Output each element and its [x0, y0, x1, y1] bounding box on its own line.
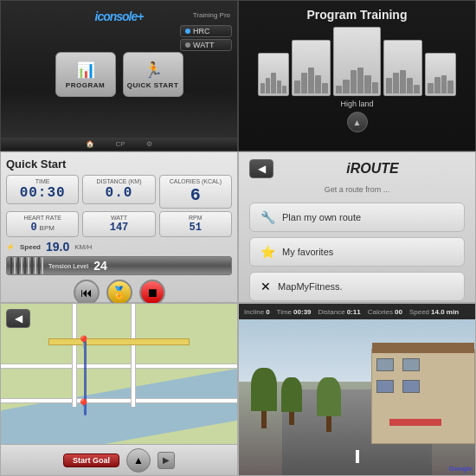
mapmyfitness-option[interactable]: ✕ MapMyFitness.	[249, 272, 465, 301]
quickstart-icon: 🏃	[144, 61, 163, 80]
street-status-bar: Incline 0 Time 00:39 Distance 0:11 Calor…	[239, 304, 475, 319]
google-logo: Google	[448, 465, 473, 473]
map-pin-green: 📍	[76, 398, 91, 412]
favorites-option[interactable]: ⭐ My favorites	[249, 237, 465, 267]
iroute-title: iROUTE	[280, 161, 465, 177]
qs-calories-value: 6	[190, 185, 201, 205]
program-card-1[interactable]	[258, 53, 289, 96]
map-road-4	[131, 304, 136, 407]
window-4	[402, 380, 420, 393]
tick-10	[42, 257, 43, 274]
qs-top-row: Time 00:30 Distance (km) 0.0 Calories (k…	[6, 175, 232, 209]
card2-bars	[294, 68, 328, 93]
time-value: 00:39	[293, 308, 311, 316]
distance-label: Distance	[318, 308, 345, 316]
qs-medal-btn[interactable]: 🏅	[106, 280, 132, 306]
map-back-button[interactable]: ◀	[6, 309, 30, 328]
tick-4	[21, 257, 23, 274]
speed-label: Speed	[409, 308, 429, 316]
hrc-option[interactable]: HRC	[180, 25, 232, 37]
iroute-subtitle: Get a route from ...	[249, 185, 465, 194]
plan-route-text: Plan my own route	[282, 212, 361, 222]
tick-8	[35, 257, 36, 274]
qs-control-buttons: ⏮ 🏅 ⏹	[6, 280, 232, 306]
tension-slider[interactable]: Tension Level 24	[6, 256, 232, 275]
iconsole-logo: iconsole+	[95, 10, 144, 33]
program-label: Program	[66, 81, 105, 89]
program-training-panel: Program Training	[238, 0, 476, 151]
speed-icon: ⚡	[6, 243, 15, 251]
qs-time-label: Time	[35, 178, 50, 184]
iconsole-logo-text: iconsole	[95, 10, 138, 23]
distance-stat: Distance 0:11	[318, 308, 361, 316]
distance-value: 0:11	[347, 308, 361, 316]
qs-stop-btn[interactable]: ⏹	[139, 280, 165, 306]
iconsole-buttons: 📊 Program 🏃 Quick Start	[55, 52, 183, 97]
program-card-4[interactable]	[383, 40, 422, 96]
qs-rpm-label: RPM	[189, 215, 203, 221]
card5-bars	[428, 68, 453, 93]
incline-stat: Incline 0	[244, 308, 270, 316]
watt-dot	[185, 42, 190, 48]
qs-speed-label: Speed	[20, 243, 41, 251]
quickstart-button[interactable]: 🏃 Quick Start	[123, 52, 183, 97]
hrc-dot	[185, 29, 190, 34]
tick-3	[17, 257, 19, 274]
qs-rpm-block: RPM 51	[159, 211, 232, 237]
window-1	[376, 358, 394, 371]
tension-value: 24	[93, 259, 107, 273]
program-card-3[interactable]	[333, 27, 381, 96]
road-mark-1	[356, 450, 359, 463]
map-nav-up[interactable]: ▲	[126, 448, 151, 473]
program-nav-button[interactable]: ▲	[347, 112, 368, 132]
map-yellow-road	[48, 338, 190, 345]
tree-1	[251, 368, 277, 428]
time-label: Time	[277, 308, 292, 316]
qs-speed-value: 19.0	[46, 240, 69, 254]
qs-time-block: Time 00:30	[6, 175, 79, 204]
street-view-panel: Incline 0 Time 00:39 Distance 0:11 Calor…	[238, 303, 476, 476]
qs-calories-block: Calories (kcal) 6	[159, 175, 232, 209]
plan-route-option[interactable]: 🔧 Plan my own route	[249, 203, 465, 232]
qs-hr-label: Heart Rate	[23, 215, 61, 221]
mapmyfitness-text: MapMyFitness.	[278, 281, 343, 292]
building	[371, 349, 475, 444]
tab-settings[interactable]: ⚙	[143, 139, 156, 149]
calories-stat: Calories 00	[368, 308, 402, 316]
tab-home[interactable]: 🏠	[82, 139, 98, 149]
watt-option[interactable]: WATT	[180, 39, 232, 51]
start-goal-button[interactable]: Start Goal	[63, 453, 119, 467]
qs-distance-value: 0.0	[106, 185, 133, 201]
qs-back-btn[interactable]: ⏮	[74, 280, 100, 306]
tick-1	[10, 257, 12, 274]
incline-value: 0	[266, 308, 269, 316]
iconsole-tab-bar: 🏠 CP ⚙	[1, 138, 237, 151]
qs-speed-unit: KM/H	[74, 243, 92, 251]
program-card-2[interactable]	[292, 40, 331, 96]
training-pro-label: Training Pro	[193, 11, 230, 19]
incline-label: Incline	[244, 308, 264, 316]
tick-5	[24, 257, 26, 274]
program-card-5[interactable]	[425, 53, 456, 96]
iroute-header: ◀ iROUTE	[249, 159, 465, 178]
quickstart-panel: Quick Start Time 00:30 Distance (km) 0.0…	[0, 151, 238, 303]
qs-watt-block: WATT 147	[82, 211, 155, 237]
quickstart-label: Quick Start	[127, 81, 179, 89]
iroute-back-button[interactable]: ◀	[249, 159, 273, 178]
iconsole-plus: +	[137, 10, 143, 23]
favorites-icon: ⭐	[261, 245, 275, 259]
calories-label: Calories	[368, 308, 393, 316]
map-road-1	[1, 363, 237, 369]
tab-cp[interactable]: CP	[112, 139, 128, 149]
map-scroll[interactable]: ▶	[158, 452, 175, 469]
qs-hr-row: 0 BPM	[30, 222, 55, 234]
qs-hr-unit: BPM	[40, 224, 55, 232]
calories-value: 00	[395, 308, 402, 316]
qs-speed-row: ⚡ Speed 19.0 KM/H	[6, 240, 232, 254]
qs-watt-value: 147	[110, 222, 129, 234]
hrc-label: HRC	[193, 27, 210, 35]
program-button[interactable]: 📊 Program	[55, 52, 116, 97]
mapmyfitness-icon: ✕	[261, 280, 271, 293]
window-3	[376, 380, 394, 393]
qs-distance-block: Distance (km) 0.0	[82, 175, 155, 204]
